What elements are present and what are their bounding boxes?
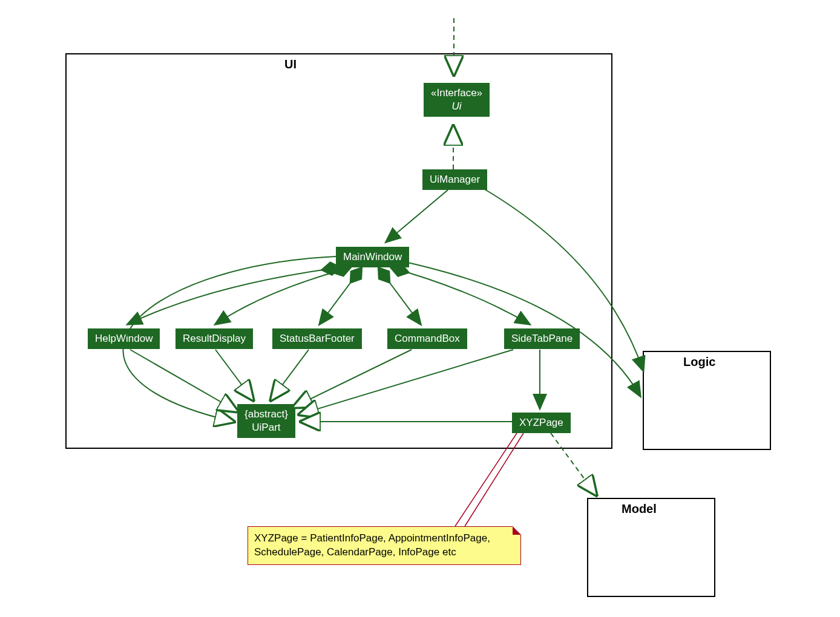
- ui-part-name: UiPart: [244, 421, 288, 434]
- ui-part-stereotype: {abstract}: [244, 408, 288, 421]
- note-xyz-page: XYZPage = PatientInfoPage, AppointmentIn…: [248, 526, 521, 565]
- result-display-name: ResultDisplay: [183, 333, 246, 344]
- class-status-bar-footer: StatusBarFooter: [272, 328, 362, 349]
- command-box-name: CommandBox: [395, 333, 460, 344]
- ui-interface-stereotype: «Interface»: [431, 87, 482, 100]
- package-logic: Logic: [643, 351, 771, 450]
- package-model-label: Model: [622, 502, 657, 516]
- class-help-window: HelpWindow: [88, 328, 160, 349]
- class-xyz-page: XYZPage: [512, 413, 571, 433]
- help-window-name: HelpWindow: [95, 333, 153, 344]
- class-side-tab-pane: SideTabPane: [504, 328, 580, 349]
- class-ui-manager: UiManager: [422, 169, 487, 190]
- status-bar-footer-name: StatusBarFooter: [280, 333, 355, 344]
- package-ui-label: UI: [284, 57, 297, 71]
- ui-manager-name: UiManager: [430, 174, 480, 185]
- class-ui-interface: «Interface» Ui: [424, 83, 490, 117]
- main-window-name: MainWindow: [343, 251, 402, 263]
- ui-interface-name: Ui: [431, 100, 482, 113]
- class-result-display: ResultDisplay: [176, 328, 253, 349]
- xyz-page-name: XYZPage: [519, 417, 563, 428]
- package-model: Model: [587, 498, 715, 597]
- class-command-box: CommandBox: [387, 328, 467, 349]
- class-main-window: MainWindow: [336, 247, 409, 267]
- note-fold-icon: [513, 526, 521, 535]
- note-text: XYZPage = PatientInfoPage, AppointmentIn…: [254, 532, 490, 558]
- class-ui-part: {abstract} UiPart: [237, 404, 295, 438]
- side-tab-pane-name: SideTabPane: [511, 333, 573, 344]
- package-logic-label: Logic: [683, 355, 715, 369]
- uml-class-diagram: UI Logic Model «Interface» Ui UiManager …: [0, 0, 840, 617]
